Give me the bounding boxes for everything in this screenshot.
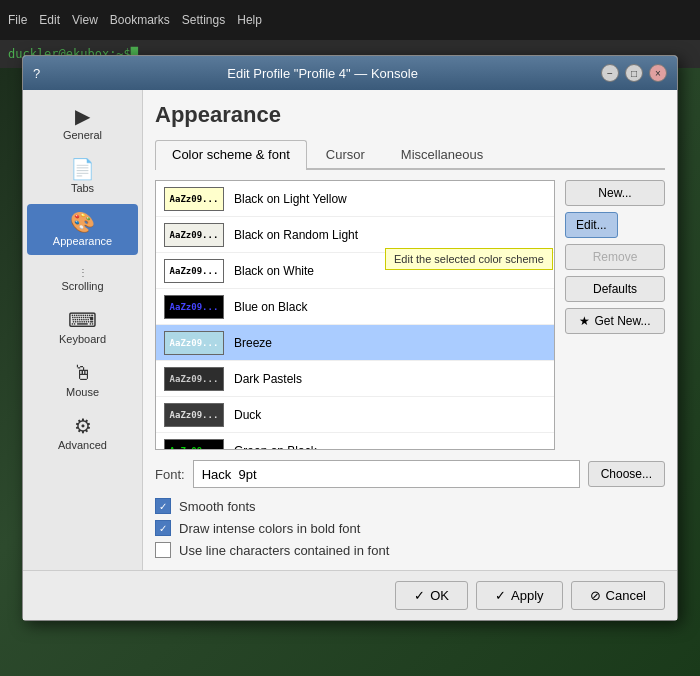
checkbox-line-chars-label: Use line characters contained in font xyxy=(179,543,389,558)
scheme-item-duck[interactable]: AaZz09...Duck xyxy=(156,397,554,433)
scrolling-expand-icon: ⋮ xyxy=(78,265,88,280)
keyboard-icon: ⌨ xyxy=(68,310,97,330)
advanced-icon: ⚙ xyxy=(74,416,92,436)
mouse-icon: 🖱 xyxy=(73,363,93,383)
font-label: Font: xyxy=(155,467,185,482)
scheme-name-black-on-random-light: Black on Random Light xyxy=(234,228,358,242)
sidebar-item-label-appearance: Appearance xyxy=(53,235,112,247)
checkbox-bold-intense-label: Draw intense colors in bold font xyxy=(179,521,360,536)
checkbox-smooth-fonts-row: Smooth fonts xyxy=(155,498,665,514)
tab-cursor[interactable]: Cursor xyxy=(309,140,382,168)
cancel-button[interactable]: ⊘ Cancel xyxy=(571,581,665,610)
maximize-button[interactable]: □ xyxy=(625,64,643,82)
tab-miscellaneous[interactable]: Miscellaneous xyxy=(384,140,500,168)
dialog-window: ? Edit Profile "Profile 4" — Konsole − □… xyxy=(22,55,678,621)
dialog-footer: ✓ OK ✓ Apply ⊘ Cancel xyxy=(23,570,677,620)
remove-button[interactable]: Remove xyxy=(565,244,665,270)
sidebar-item-mouse[interactable]: 🖱 Mouse xyxy=(27,355,138,406)
edit-button[interactable]: Edit... xyxy=(565,212,618,238)
tab-color-scheme-font[interactable]: Color scheme & font xyxy=(155,140,307,170)
star-icon: ★ xyxy=(579,314,590,328)
sidebar-item-scrolling[interactable]: ⋮ Scrolling xyxy=(27,257,138,300)
ok-button[interactable]: ✓ OK xyxy=(395,581,468,610)
scheme-preview-black-on-random-light: AaZz09... xyxy=(164,223,224,247)
scheme-preview-duck: AaZz09... xyxy=(164,403,224,427)
sidebar-item-label-mouse: Mouse xyxy=(66,386,99,398)
apply-label: Apply xyxy=(511,588,544,603)
scheme-item-dark-pastels[interactable]: AaZz09...Dark Pastels xyxy=(156,361,554,397)
scheme-name-blue-on-black: Blue on Black xyxy=(234,300,307,314)
cancel-label: Cancel xyxy=(606,588,646,603)
menu-help[interactable]: Help xyxy=(237,13,262,27)
font-input[interactable] xyxy=(193,460,580,488)
main-panel: Appearance Color scheme & font Cursor Mi… xyxy=(143,90,677,570)
menu-file[interactable]: File xyxy=(8,13,27,27)
scheme-buttons: New... Edit... Edit the selected color s… xyxy=(565,180,665,450)
choose-font-button[interactable]: Choose... xyxy=(588,461,665,487)
get-new-button[interactable]: ★ Get New... xyxy=(565,308,665,334)
tabs-icon: 📄 xyxy=(70,159,95,179)
scheme-name-duck: Duck xyxy=(234,408,261,422)
ok-label: OK xyxy=(430,588,449,603)
scheme-name-dark-pastels: Dark Pastels xyxy=(234,372,302,386)
dialog-content: ▶ General 📄 Tabs 🎨 Appearance ⋮ Scrollin… xyxy=(23,90,677,570)
scheme-item-black-on-light-yellow[interactable]: AaZz09...Black on Light Yellow xyxy=(156,181,554,217)
scheme-item-blue-on-black[interactable]: AaZz09...Blue on Black xyxy=(156,289,554,325)
checkbox-line-chars[interactable] xyxy=(155,542,171,558)
scheme-item-black-on-random-light[interactable]: AaZz09...Black on Random Light xyxy=(156,217,554,253)
checkbox-line-chars-row: Use line characters contained in font xyxy=(155,542,665,558)
scheme-list-container: AaZz09...Black on Light YellowAaZz09...B… xyxy=(155,180,555,450)
defaults-button[interactable]: Defaults xyxy=(565,276,665,302)
scheme-name-green-on-black: Green on Black xyxy=(234,444,317,451)
sidebar-item-general[interactable]: ▶ General xyxy=(27,98,138,149)
terminal-menubar: File Edit View Bookmarks Settings Help xyxy=(0,0,700,40)
new-button[interactable]: New... xyxy=(565,180,665,206)
dialog-titlebar: ? Edit Profile "Profile 4" — Konsole − □… xyxy=(23,56,677,90)
scheme-item-black-on-white[interactable]: AaZz09...Black on White xyxy=(156,253,554,289)
checkbox-smooth-fonts-label: Smooth fonts xyxy=(179,499,256,514)
checkbox-smooth-fonts[interactable] xyxy=(155,498,171,514)
ok-icon: ✓ xyxy=(414,588,425,603)
sidebar-item-advanced[interactable]: ⚙ Advanced xyxy=(27,408,138,459)
sidebar-item-label-advanced: Advanced xyxy=(58,439,107,451)
titlebar-left-controls[interactable]: ? xyxy=(33,66,44,81)
font-area: Font: Choose... xyxy=(155,460,665,488)
menu-edit[interactable]: Edit xyxy=(39,13,60,27)
menu-bookmarks[interactable]: Bookmarks xyxy=(110,13,170,27)
sidebar-item-appearance[interactable]: 🎨 Appearance xyxy=(27,204,138,255)
sidebar-item-label-general: General xyxy=(63,129,102,141)
scheme-preview-green-on-black: AaZz09... xyxy=(164,439,224,451)
color-scheme-area: AaZz09...Black on Light YellowAaZz09...B… xyxy=(155,180,665,450)
apply-icon: ✓ xyxy=(495,588,506,603)
sidebar-item-keyboard[interactable]: ⌨ Keyboard xyxy=(27,302,138,353)
scheme-item-breeze[interactable]: AaZz09...Breeze xyxy=(156,325,554,361)
sidebar-item-label-tabs: Tabs xyxy=(71,182,94,194)
get-new-label: Get New... xyxy=(594,314,650,328)
checkbox-area: Smooth fonts Draw intense colors in bold… xyxy=(155,498,665,558)
scheme-preview-blue-on-black: AaZz09... xyxy=(164,295,224,319)
cancel-icon: ⊘ xyxy=(590,588,601,603)
menu-settings[interactable]: Settings xyxy=(182,13,225,27)
scheme-preview-black-on-white: AaZz09... xyxy=(164,259,224,283)
scheme-preview-breeze: AaZz09... xyxy=(164,331,224,355)
scheme-item-green-on-black[interactable]: AaZz09...Green on Black xyxy=(156,433,554,450)
edit-btn-wrapper: Edit... Edit the selected color scheme xyxy=(565,212,665,238)
scheme-preview-black-on-light-yellow: AaZz09... xyxy=(164,187,224,211)
terminal-menu[interactable]: File Edit View Bookmarks Settings Help xyxy=(8,13,262,27)
scheme-list[interactable]: AaZz09...Black on Light YellowAaZz09...B… xyxy=(155,180,555,450)
help-icon[interactable]: ? xyxy=(33,66,40,81)
sidebar: ▶ General 📄 Tabs 🎨 Appearance ⋮ Scrollin… xyxy=(23,90,143,570)
sidebar-item-label-scrolling: Scrolling xyxy=(61,280,103,292)
menu-view[interactable]: View xyxy=(72,13,98,27)
close-button[interactable]: × xyxy=(649,64,667,82)
page-title: Appearance xyxy=(155,102,665,128)
titlebar-right-controls[interactable]: − □ × xyxy=(601,64,667,82)
checkbox-bold-intense[interactable] xyxy=(155,520,171,536)
minimize-button[interactable]: − xyxy=(601,64,619,82)
sidebar-item-tabs[interactable]: 📄 Tabs xyxy=(27,151,138,202)
scheme-name-black-on-white: Black on White xyxy=(234,264,314,278)
scheme-name-breeze: Breeze xyxy=(234,336,272,350)
apply-button[interactable]: ✓ Apply xyxy=(476,581,563,610)
scheme-name-black-on-light-yellow: Black on Light Yellow xyxy=(234,192,347,206)
dialog-title: Edit Profile "Profile 4" — Konsole xyxy=(44,66,601,81)
